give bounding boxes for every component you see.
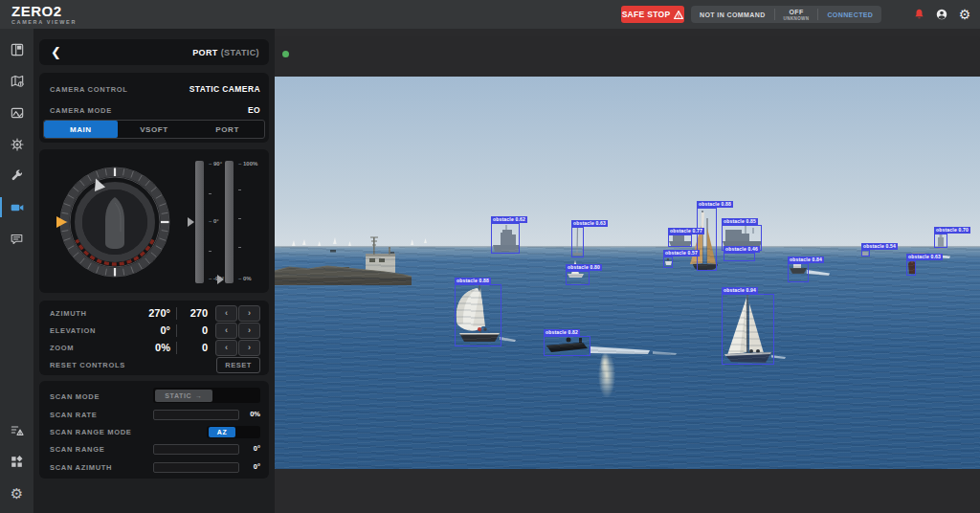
sidebar-item-tools[interactable]	[0, 160, 33, 191]
detection-box: obstacle 0.63	[571, 227, 584, 257]
camera-tabs: MAIN VSOFT PORT	[43, 120, 265, 139]
tab-port[interactable]: PORT	[190, 121, 264, 138]
account-icon	[935, 8, 948, 21]
scan-mode-label: SCAN MODE	[50, 392, 100, 401]
arrow-right-icon: →	[195, 392, 203, 399]
elevation-input[interactable]: 0	[183, 324, 208, 336]
panel-title-main: PORT	[192, 48, 218, 57]
panel-header-card: ❮ PORT (STATIC)	[39, 39, 269, 65]
scan-rate-value: 0%	[250, 410, 260, 418]
detection-label: obstacle 0.85	[722, 218, 758, 225]
camera-feed[interactable]: obstacle 0.62obstacle 0.63obstacle 0.80o…	[275, 77, 980, 469]
warning-triangle-icon	[674, 11, 683, 19]
layout-icon	[10, 42, 25, 57]
sidebar-item-map-check[interactable]	[0, 97, 33, 128]
numeric-controls-card: AZIMUTH 270° 270 ‹› ELEVATION 0° 0 ‹› ZO…	[39, 301, 269, 375]
detection-box: obstacle 0.57	[663, 256, 673, 268]
detection-box: obstacle 0.46	[724, 253, 755, 261]
panel-title-suffix: (STATIC)	[221, 48, 259, 57]
helm-icon	[10, 137, 25, 152]
safe-stop-button[interactable]: SAFE STOP	[621, 6, 684, 23]
gauges-card: 90° 0° -90° 100% 0%	[39, 149, 269, 293]
scan-range-label: SCAN RANGE	[50, 445, 104, 454]
zoom-value: 0%	[155, 342, 170, 353]
scan-rate-label: SCAN RATE	[50, 411, 98, 419]
status-mode-label: OFF	[789, 9, 803, 15]
scan-azimuth-input[interactable]	[153, 462, 239, 473]
azimuth-row: AZIMUTH 270° 270 ‹›	[50, 305, 260, 321]
bell-icon	[913, 8, 925, 21]
reset-button[interactable]: RESET	[216, 357, 260, 373]
detection-label: obstacle 0.88	[455, 278, 491, 284]
app-title: ZERO2	[11, 4, 77, 18]
elevation-decrement-button[interactable]: ‹	[215, 323, 237, 339]
zoom-tick-max: 100%	[238, 161, 257, 167]
detection-label: obstacle 0.57	[663, 250, 700, 256]
detection-label: obstacle 0.63	[571, 220, 608, 227]
status-pill-group: NOT IN COMMAND OFF UNKNOWN CONNECTED	[691, 6, 881, 23]
detection-box: obstacle 0.94	[722, 294, 774, 365]
azimuth-input[interactable]: 270	[183, 307, 208, 319]
status-command: NOT IN COMMAND	[691, 6, 774, 23]
back-button[interactable]: ❮	[51, 46, 64, 59]
zoom-input[interactable]: 0	[183, 342, 208, 353]
scan-settings-card: SCAN MODE STATIC → SCAN RATE 0% SCAN RAN…	[39, 381, 269, 479]
sidebar-item-apps[interactable]	[0, 446, 33, 478]
scan-range-input[interactable]	[153, 444, 239, 455]
settings-button[interactable]: ⚙	[957, 7, 972, 22]
detection-box: obstacle 0.84	[788, 263, 809, 282]
gear-icon: ⚙	[959, 8, 971, 21]
zoom-increment-button[interactable]: ›	[238, 340, 260, 356]
scan-range-mode-toggle[interactable]: AZ	[209, 427, 235, 437]
elevation-tick-mid: 0°	[209, 218, 219, 224]
account-button[interactable]	[934, 7, 949, 22]
camera-control-label: CAMERA CONTROL	[50, 85, 128, 94]
video-pane: obstacle 0.62obstacle 0.63obstacle 0.80o…	[275, 29, 980, 513]
azimuth-increment-button[interactable]: ›	[238, 305, 260, 322]
detection-label: obstacle 0.82	[544, 329, 580, 336]
tab-main[interactable]: MAIN	[44, 121, 118, 138]
elevation-increment-button[interactable]: ›	[238, 323, 260, 339]
notifications-button[interactable]	[911, 7, 926, 22]
detection-label: obstacle 0.80	[566, 264, 602, 271]
elevation-slider-handle[interactable]	[188, 217, 194, 227]
zoom-label: ZOOM	[50, 344, 74, 352]
tab-vsoft[interactable]: VSOFT	[118, 121, 191, 138]
detection-label: obstacle 0.63	[906, 254, 943, 260]
detection-label: obstacle 0.94	[722, 287, 758, 294]
azimuth-compass[interactable]	[39, 149, 197, 293]
icon-rail: ⚙	[0, 29, 33, 513]
sidebar-item-helm[interactable]	[0, 128, 33, 160]
reset-controls-label: RESET CONTROLS	[50, 361, 125, 369]
stream-status-dot	[282, 51, 289, 57]
camera-control-value: STATIC CAMERA	[189, 84, 260, 94]
zoom-slider-handle[interactable]	[217, 275, 224, 284]
detection-box: obstacle 0.82	[544, 336, 590, 356]
sidebar-item-camera[interactable]	[0, 191, 33, 223]
app-brand: ZERO2 CAMERA VIEWER	[11, 4, 77, 26]
wrench-icon	[10, 168, 24, 183]
status-mode: OFF UNKNOWN	[775, 6, 818, 23]
zoom-slider[interactable]	[225, 161, 234, 283]
azimuth-decrement-button[interactable]: ‹	[215, 305, 237, 322]
sidebar-item-chat[interactable]	[0, 223, 33, 255]
detection-box: obstacle 0.77	[668, 234, 692, 247]
sidebar-item-alerts-log[interactable]	[0, 414, 33, 446]
sidebar-item-layout[interactable]	[0, 33, 33, 65]
scan-rate-input[interactable]	[153, 410, 239, 420]
alert-list-icon	[10, 423, 25, 438]
sidebar-item-map-info[interactable]	[0, 65, 33, 97]
sidebar-item-settings[interactable]: ⚙	[0, 478, 33, 509]
camera-icon	[10, 200, 25, 215]
zoom-decrement-button[interactable]: ‹	[215, 340, 237, 356]
video-top-bar	[275, 36, 980, 77]
camera-control-panel: ❮ PORT (STATIC) CAMERA CONTROL STATIC CA…	[33, 29, 275, 513]
detection-label: obstacle 0.70	[934, 227, 970, 234]
scan-mode-toggle[interactable]: STATIC →	[155, 390, 212, 402]
elevation-slider[interactable]	[195, 161, 204, 283]
detection-label: obstacle 0.88	[697, 201, 733, 208]
elevation-label: ELEVATION	[50, 326, 96, 335]
safe-stop-label: SAFE STOP	[622, 10, 671, 19]
zoom-row: ZOOM 0% 0 ‹›	[50, 340, 260, 355]
detection-layer: obstacle 0.62obstacle 0.63obstacle 0.80o…	[275, 77, 980, 469]
